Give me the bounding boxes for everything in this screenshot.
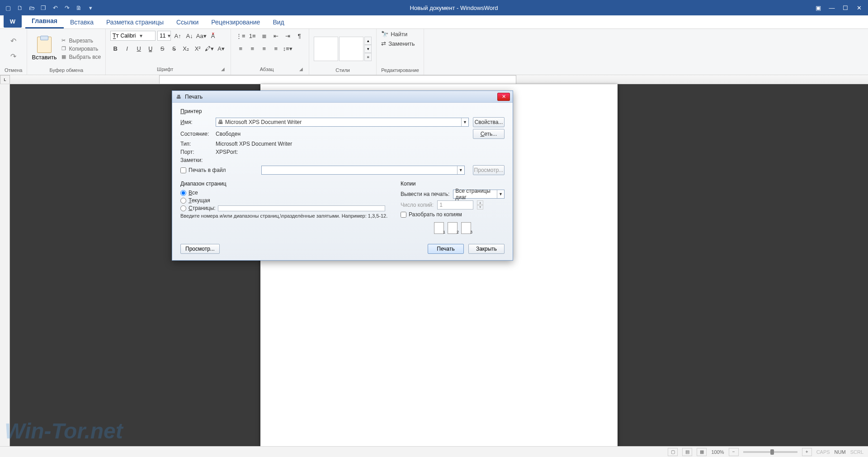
properties-button[interactable]: Свойства... — [473, 117, 505, 127]
range-pages-radio[interactable]: Страницы: — [180, 205, 392, 211]
duplicate-icon[interactable]: ❐ — [38, 2, 49, 13]
styles-expand[interactable]: ≡ — [364, 53, 372, 61]
align-justify-button[interactable]: ≡ — [271, 43, 281, 53]
bullet-list-button[interactable]: ⋮≡ — [236, 31, 245, 41]
underline-button[interactable]: U — [134, 43, 144, 53]
vertical-ruler[interactable] — [0, 84, 10, 446]
print-to-file-checkbox[interactable]: Печать в файл — [180, 167, 226, 173]
tab-view[interactable]: Вид — [266, 16, 290, 29]
undo-button[interactable]: ↶ — [8, 36, 19, 47]
type-label: Тип: — [180, 141, 212, 147]
double-strikethrough-button[interactable]: S̶ — [169, 43, 179, 53]
grow-font-button[interactable]: A↑ — [173, 31, 183, 41]
maximize-button[interactable]: ☐ — [839, 2, 852, 13]
zoom-slider[interactable] — [743, 451, 797, 453]
preview-button[interactable]: Просмотр... — [180, 244, 220, 254]
qat-dropdown-icon[interactable]: ▾ — [85, 2, 96, 13]
chevron-down-icon[interactable]: ▼ — [461, 118, 468, 126]
redo-icon[interactable]: ↷ — [61, 2, 72, 13]
subscript-button[interactable]: X₂ — [181, 43, 191, 53]
double-underline-button[interactable]: U̳ — [146, 43, 156, 53]
italic-button[interactable]: I — [122, 43, 132, 53]
style-preview[interactable] — [339, 37, 363, 61]
close-dialog-button[interactable]: Закрыть — [468, 244, 505, 254]
ribbon-options-icon[interactable]: ▣ — [812, 2, 825, 13]
zoom-out-button[interactable]: − — [729, 448, 739, 456]
font-name-combo[interactable]: T̲ᴛ Calibri▾ — [110, 31, 156, 41]
paste-button[interactable]: Вставить — [32, 37, 57, 61]
browse-file-button[interactable]: Просмотр... — [473, 165, 505, 175]
collate-checkbox[interactable]: Разобрать по копиям — [401, 211, 505, 218]
range-current-radio[interactable]: Текущая — [180, 197, 392, 204]
align-left-button[interactable]: ≡ — [236, 43, 245, 53]
view-read-mode[interactable]: ▤ — [682, 448, 692, 456]
superscript-button[interactable]: X² — [193, 43, 203, 53]
select-all-button[interactable]: ▦Выбрать все — [61, 54, 101, 60]
number-list-button[interactable]: 1≡ — [247, 31, 257, 41]
ruler: L — [0, 75, 868, 84]
chevron-down-icon[interactable]: ▾ — [168, 33, 170, 39]
page-icon: 3 — [461, 222, 471, 234]
multilevel-list-button[interactable]: ≣ — [259, 31, 269, 41]
font-dialog-launcher[interactable]: ◢ — [220, 67, 226, 73]
chevron-down-icon[interactable]: ▾ — [138, 33, 144, 39]
copy-icon: ❐ — [61, 46, 67, 52]
font-color-button[interactable]: A▾ — [216, 43, 226, 53]
print-preview-icon[interactable]: 🗎 — [73, 2, 84, 13]
view-web-layout[interactable]: ▦ — [697, 448, 707, 456]
highlight-button[interactable]: 🖍▾ — [204, 43, 214, 53]
tab-references[interactable]: Ссылки — [170, 16, 205, 29]
close-button[interactable]: ✕ — [853, 2, 865, 13]
ribbon-tabs: W Главная Вставка Разметка страницы Ссыл… — [0, 15, 868, 29]
strikethrough-button[interactable]: S — [157, 43, 167, 53]
print-button[interactable]: Печать — [428, 244, 464, 254]
styles-scroll-up[interactable]: ▴ — [364, 37, 372, 45]
dialog-titlebar[interactable]: 🖶 Печать ✕ — [172, 91, 513, 103]
shrink-font-button[interactable]: A↓ — [184, 31, 194, 41]
ruler-corner[interactable]: L — [0, 75, 10, 84]
open-icon[interactable]: 🗁 — [26, 2, 37, 13]
align-center-button[interactable]: ≡ — [247, 43, 257, 53]
tab-insert[interactable]: Вставка — [64, 16, 100, 29]
chevron-down-icon[interactable]: ▼ — [457, 166, 464, 174]
tab-layout[interactable]: Разметка страницы — [100, 16, 170, 29]
minimize-button[interactable]: — — [826, 2, 838, 13]
printer-name-combo[interactable]: 🖶Microsoft XPS Document Writer ▼ — [216, 118, 469, 127]
copy-button[interactable]: ❐Копировать — [61, 46, 101, 52]
new-doc-icon[interactable]: 🗋 — [14, 2, 25, 13]
replace-button[interactable]: ⇄Заменить — [381, 40, 415, 47]
find-button[interactable]: 🔭Найти — [381, 31, 407, 38]
paragraph-dialog-launcher[interactable]: ◢ — [298, 67, 304, 73]
copies-count-input[interactable] — [437, 200, 473, 209]
clear-formatting-button[interactable]: A✕ — [208, 31, 218, 41]
range-all-radio[interactable]: Все — [180, 190, 392, 196]
output-pages-combo[interactable]: Все страницы диаг ▼ — [453, 190, 505, 199]
show-marks-button[interactable]: ¶ — [294, 31, 304, 41]
clipboard-icon — [37, 37, 52, 53]
print-file-path-combo[interactable]: ▼ — [261, 166, 465, 175]
app-logo[interactable]: W — [4, 15, 22, 28]
spinner-down[interactable]: ▼ — [477, 205, 483, 209]
zoom-in-button[interactable]: + — [802, 448, 812, 456]
dialog-close-button[interactable]: ✕ — [497, 93, 510, 101]
save-icon[interactable]: ▢ — [3, 2, 14, 13]
change-case-button[interactable]: Aa▾ — [196, 31, 206, 41]
cut-button[interactable]: ✂Вырезать — [61, 38, 101, 44]
styles-scroll-down[interactable]: ▾ — [364, 45, 372, 53]
bold-button[interactable]: B — [110, 43, 120, 53]
pages-input[interactable] — [218, 205, 385, 211]
chevron-down-icon[interactable]: ▼ — [497, 190, 504, 198]
increase-indent-button[interactable]: ⇥ — [283, 31, 292, 41]
decrease-indent-button[interactable]: ⇤ — [271, 31, 281, 41]
font-size-combo[interactable]: 11▾ — [157, 31, 171, 41]
undo-icon[interactable]: ↶ — [50, 2, 61, 13]
network-button[interactable]: Сеть... — [473, 129, 505, 139]
tab-review[interactable]: Рецензирование — [205, 16, 266, 29]
tab-home[interactable]: Главная — [25, 14, 64, 29]
style-preview[interactable] — [314, 37, 338, 61]
line-spacing-button[interactable]: ↕≡▾ — [283, 43, 292, 53]
redo-button[interactable]: ↷ — [8, 51, 19, 62]
spinner-up[interactable]: ▲ — [477, 200, 483, 205]
view-print-layout[interactable]: ▢ — [668, 448, 678, 456]
align-right-button[interactable]: ≡ — [259, 43, 269, 53]
